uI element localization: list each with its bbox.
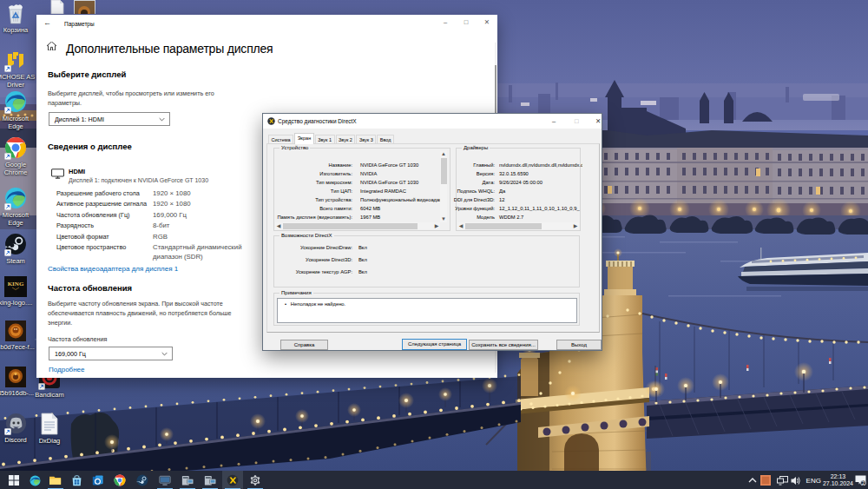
svg-text:KING: KING <box>8 281 24 287</box>
svg-text:2: 2 <box>862 480 865 486</box>
